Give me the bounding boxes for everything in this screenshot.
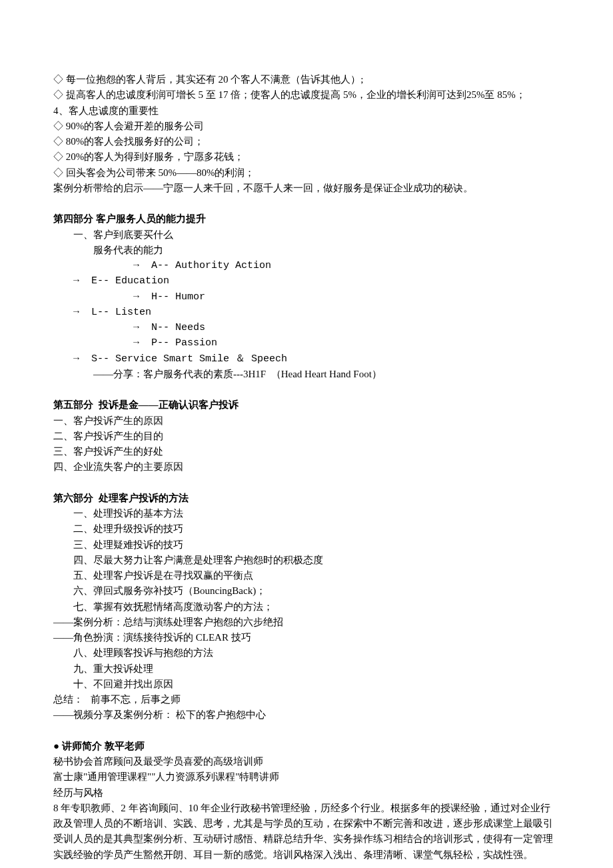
text-line: ——案例分析：总结与演练处理客户抱怨的六步绝招: [53, 615, 560, 630]
part6-block: 一、处理投诉的基本方法 二、处理升级投诉的技巧 三、处理疑难投诉的技巧 四、尽最…: [53, 506, 560, 723]
text-line: 四、企业流失客户的主要原因: [53, 459, 560, 475]
text-line: 五、处理客户投诉是在寻找双赢的平衡点: [53, 568, 560, 583]
section-heading-part6: 第六部分 处理客户投诉的方法: [53, 491, 560, 506]
text-line: ◇ 90%的客人会避开差的服务公司: [53, 119, 560, 134]
text-line: ◇ 每一位抱怨的客人背后，其实还有 20 个客人不满意（告诉其他人）;: [53, 72, 560, 87]
text-line: ◇ 提高客人的忠诚度利润可增长 5 至 17 倍；使客人的忠诚度提高 5%，企业…: [53, 87, 560, 103]
text-line: 8 年专职教师、2 年咨询顾问、10 年企业行政秘书管理经验，历经多个行业。根据…: [53, 801, 560, 863]
part4-block: 一、客户到底要买什么 服务代表的能力 → A-- Authority Actio…: [53, 227, 560, 383]
blank-line: [53, 475, 560, 491]
text-line: 二、处理升级投诉的技巧: [53, 521, 560, 537]
text-line: 4、客人忠诚度的重要性: [53, 103, 560, 119]
text-line: ——视频分享及案例分析： 松下的客户抱怨中心: [53, 707, 560, 723]
text-line: 七、掌握有效抚慰情绪高度激动客户的方法；: [53, 599, 560, 615]
text-line: ——角色扮演：演练接待投诉的 CLEAR 技巧: [53, 630, 560, 645]
text-line: 一、处理投诉的基本方法: [53, 506, 560, 521]
text-line: ——分享：客户服务代表的素质---3H1F （Head Heart Hand F…: [53, 367, 560, 382]
text-line: 十、不回避并找出原因: [53, 677, 560, 692]
text-line: 秘书协会首席顾问及最受学员喜爱的高级培训师: [53, 754, 560, 769]
text-line: 四、尽最大努力让客户满意是处理客户抱怨时的积极态度: [53, 553, 560, 568]
text-line: → S-- Service Smart Smile ＆ Speech: [53, 351, 560, 367]
text-line: 八、处理顾客投诉与抱怨的方法: [53, 645, 560, 661]
text-line: 九、重大投诉处理: [53, 661, 560, 677]
text-line: → A-- Authority Action: [53, 258, 560, 273]
intro-block: ◇ 每一位抱怨的客人背后，其实还有 20 个客人不满意（告诉其他人）; ◇ 提高…: [53, 72, 560, 196]
text-line: ◇ 20%的客人为得到好服务，宁愿多花钱；: [53, 149, 560, 165]
text-line: 服务代表的能力: [53, 243, 560, 258]
text-line: ◇ 80%的客人会找服务好的公司；: [53, 134, 560, 149]
text-line: 总结： 前事不忘，后事之师: [53, 692, 560, 707]
text-line: 一、客户投诉产生的原因: [53, 413, 560, 429]
text-line: ◇ 回头客会为公司带来 50%——80%的利润；: [53, 165, 560, 181]
text-line: → L-- Listen: [53, 305, 560, 320]
text-line: 二、客户投诉产生的目的: [53, 429, 560, 444]
text-line: 三、处理疑难投诉的技巧: [53, 537, 560, 553]
text-line: 六、弹回式服务弥补技巧（BouncingBack)；: [53, 583, 560, 599]
text-line: 案例分析带给的启示——宁愿一人来千回，不愿千人来一回，做好服务是保证企业成功的秘…: [53, 181, 560, 196]
text-line: → H-- Humor: [53, 289, 560, 305]
part5-block: 一、客户投诉产生的原因 二、客户投诉产生的目的 三、客户投诉产生的好处 四、企业…: [53, 413, 560, 475]
blank-line: [53, 196, 560, 211]
text-line: → E-- Education: [53, 273, 560, 289]
text-line: → N-- Needs: [53, 320, 560, 335]
text-line: 三、客户投诉产生的好处: [53, 444, 560, 459]
section-heading-part4: 第四部分 客户服务人员的能力提升: [53, 211, 560, 227]
section-heading-instructor: ● 讲师简介 敦平老师: [53, 739, 560, 754]
text-line: 一、客户到底要买什么: [53, 227, 560, 243]
blank-line: [53, 382, 560, 397]
section-heading-part5: 第五部分 投诉是金——正确认识客户投诉: [53, 397, 560, 413]
document-page: ◇ 每一位抱怨的客人背后，其实还有 20 个客人不满意（告诉其他人）; ◇ 提高…: [0, 0, 613, 868]
text-line: 富士康"通用管理课程""人力资源系列课程"特聘讲师: [53, 769, 560, 785]
text-line: 经历与风格: [53, 785, 560, 801]
text-line: → P-- Passion: [53, 335, 560, 351]
instructor-block: 秘书协会首席顾问及最受学员喜爱的高级培训师 富士康"通用管理课程""人力资源系列…: [53, 754, 560, 863]
blank-line: [53, 723, 560, 739]
